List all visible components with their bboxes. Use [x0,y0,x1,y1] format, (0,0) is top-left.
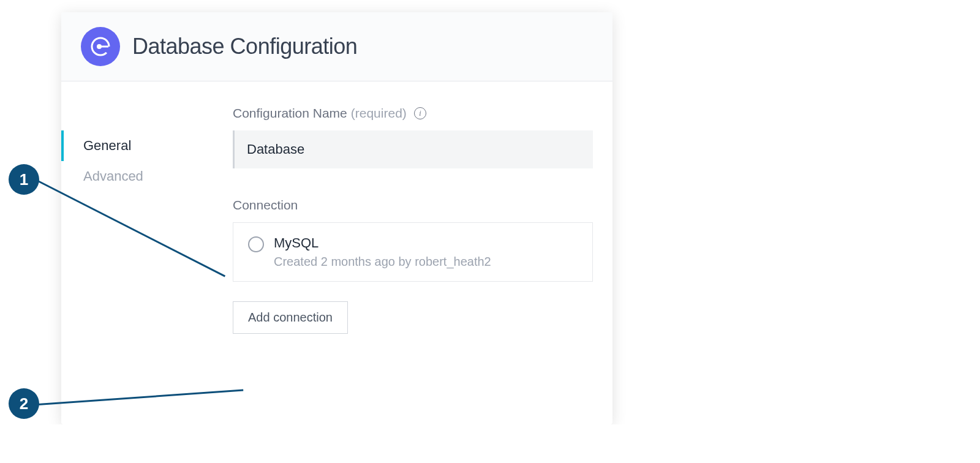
config-name-label-text: Configuration Name [233,106,347,121]
connection-info: MySQL Created 2 months ago by robert_hea… [274,235,578,269]
connection-card[interactable]: MySQL Created 2 months ago by robert_hea… [233,222,593,282]
callout-2: 2 [9,388,39,419]
content-area: Configuration Name (required) i Connecti… [208,106,593,400]
info-icon[interactable]: i [414,107,426,119]
tab-general[interactable]: General [61,130,208,161]
config-name-input[interactable] [233,130,593,168]
connection-name: MySQL [274,235,578,251]
config-panel: Database Configuration General Advanced … [61,12,612,424]
config-name-group: Configuration Name (required) i [233,106,593,168]
connection-meta: Created 2 months ago by robert_heath2 [274,255,578,269]
add-connection-button[interactable]: Add connection [233,301,348,334]
panel-header: Database Configuration [61,12,612,81]
panel-body: General Advanced Configuration Name (req… [61,81,612,424]
panel-title: Database Configuration [132,34,357,59]
callout-1: 1 [9,164,39,195]
config-name-label: Configuration Name (required) i [233,106,593,121]
connection-group: Connection MySQL Created 2 months ago by… [233,198,593,334]
tabs-nav: General Advanced [61,106,208,400]
required-indicator: (required) [351,106,407,121]
connection-label: Connection [233,198,593,213]
svg-rect-2 [100,46,108,48]
tab-advanced[interactable]: Advanced [61,161,208,192]
connection-radio[interactable] [248,236,264,252]
connector-icon [81,27,120,66]
